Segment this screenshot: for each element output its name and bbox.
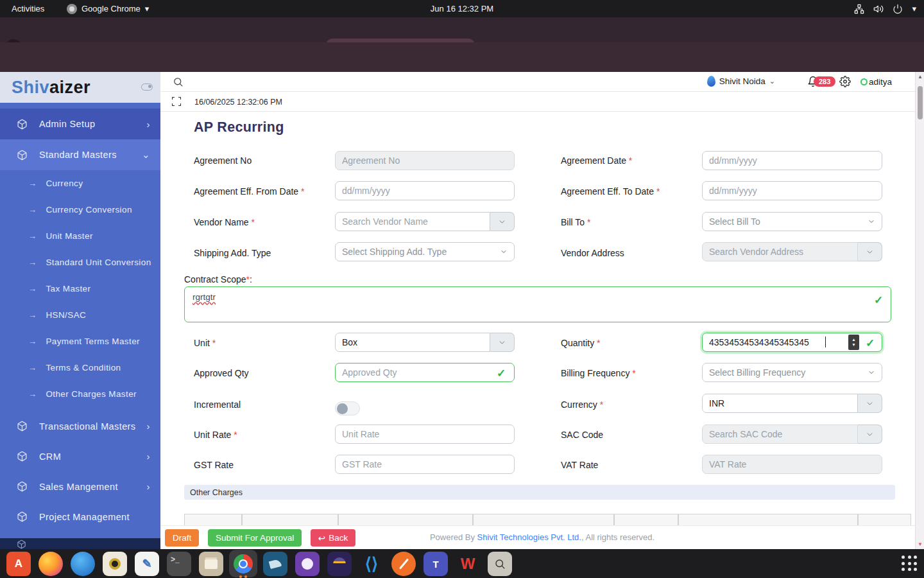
shipping-type-label: Shipping Add. Type xyxy=(194,248,271,258)
approved-qty-input[interactable] xyxy=(335,363,515,382)
unit-rate-input[interactable] xyxy=(335,425,515,444)
sac-code-dropdown-button[interactable] xyxy=(858,425,882,444)
page-scrollbar[interactable]: ▲ ▼ xyxy=(915,72,924,549)
google-chrome-icon[interactable] xyxy=(231,552,255,576)
system-tray[interactable]: ▾ xyxy=(854,4,916,14)
sidebar-item-payment-terms-master[interactable]: → Payment Terms Master xyxy=(0,328,160,355)
sidebar-item-crm[interactable]: CRM › xyxy=(0,441,160,471)
text-editor-icon[interactable]: ✎ xyxy=(135,552,159,576)
sidebar-subitem-label: HSN/SAC xyxy=(46,310,86,320)
spin-up-icon[interactable]: ▲ xyxy=(851,338,855,342)
vat-rate-input[interactable] xyxy=(702,455,882,474)
mysql-workbench-icon[interactable] xyxy=(263,552,287,576)
vendor-name-dropdown-button[interactable] xyxy=(490,212,515,231)
fullscreen-icon[interactable] xyxy=(172,97,181,106)
shivaizer-logo[interactable]: Shivaizer xyxy=(12,78,90,98)
currency-dropdown-button[interactable] xyxy=(858,394,882,413)
agreement-from-input[interactable] xyxy=(335,181,515,200)
bill-to-select[interactable]: Select Bill To xyxy=(702,212,882,231)
terminal-icon[interactable]: >_ xyxy=(167,552,191,576)
shivit-technologies-link[interactable]: Shivit Technologies Pvt. Ltd. xyxy=(477,532,581,542)
sidebar-item-standard-masters[interactable]: Standard Masters ⌄ xyxy=(0,139,160,170)
vendor-address-dropdown-button[interactable] xyxy=(858,242,882,261)
vat-rate-label: VAT Rate xyxy=(561,460,598,470)
vscode-icon[interactable]: ⟨⟩ xyxy=(359,552,384,576)
chrome-tab-strip: ◆ Board - Shivaizer - Jira ✕ ✆ WhatsApp … xyxy=(0,17,924,42)
spin-down-icon[interactable]: ▼ xyxy=(851,343,855,347)
arrow-right-icon: → xyxy=(28,284,37,293)
logo-band: Shivaizer xyxy=(0,72,160,103)
caret-down-icon: ⌄ xyxy=(769,77,775,85)
agreement-no-input[interactable] xyxy=(335,151,515,170)
gear-icon xyxy=(839,76,851,87)
firefox-icon[interactable] xyxy=(38,552,63,576)
sidebar-item-unit-master[interactable]: → Unit Master xyxy=(0,223,160,249)
sidebar-item-terms-condition[interactable]: → Terms & Condition xyxy=(0,355,160,381)
scroll-up-arrow[interactable]: ▲ xyxy=(918,74,923,80)
settings-button[interactable] xyxy=(839,76,851,90)
sidebar-item-label: Standard Masters xyxy=(39,150,117,160)
sidebar-item-currency-conversion[interactable]: → Currency Conversion xyxy=(0,197,160,223)
pen-tool-icon[interactable] xyxy=(391,552,416,576)
sidebar-item-admin-setup[interactable]: Admin Setup › xyxy=(0,109,160,139)
username: aditya xyxy=(869,77,892,87)
notifications-button[interactable]: 283 xyxy=(807,76,819,90)
vendor-address-combo xyxy=(702,242,882,261)
wps-office-icon[interactable]: W xyxy=(456,552,480,576)
screenshot-tool-icon[interactable] xyxy=(488,552,512,576)
vendor-address-input[interactable] xyxy=(702,242,858,261)
sac-code-combo xyxy=(702,425,882,444)
sidebar-subitem-label: Payment Terms Master xyxy=(46,337,140,346)
microsoft-teams-icon[interactable]: T xyxy=(424,552,448,576)
agreement-to-input[interactable] xyxy=(702,181,882,200)
sidebar-item-standard-unit-conversion[interactable]: → Standard Unit Conversion xyxy=(0,249,160,276)
chevron-right-icon: › xyxy=(147,421,150,432)
sidebar-item-sales-management[interactable]: Sales Mangement › xyxy=(0,471,160,502)
unit-input[interactable] xyxy=(335,333,490,352)
search-icon[interactable] xyxy=(173,76,184,90)
gst-rate-input[interactable] xyxy=(335,455,515,474)
rhythmbox-icon[interactable] xyxy=(103,552,127,576)
incremental-toggle[interactable] xyxy=(335,401,360,416)
vendor-name-input[interactable] xyxy=(335,212,490,231)
sidebar-collapse-toggle[interactable] xyxy=(141,83,153,91)
quantity-spinner[interactable]: ▲ ▼ xyxy=(848,335,859,350)
sidebar-item-transactional-masters[interactable]: Transactional Masters › xyxy=(0,411,160,441)
text-cursor xyxy=(825,337,826,347)
scroll-down-arrow[interactable]: ▼ xyxy=(918,541,923,547)
contract-scope-textarea[interactable]: rgrtgtr xyxy=(184,286,891,322)
table-header-cell xyxy=(858,514,911,525)
sidebar-next-item-clipped[interactable] xyxy=(0,538,160,549)
show-applications-icon[interactable] xyxy=(902,556,918,572)
sidebar-item-currency[interactable]: → Currency xyxy=(0,170,160,197)
chevron-right-icon: › xyxy=(147,119,150,130)
ubuntu-software-icon[interactable]: A xyxy=(6,552,31,576)
chevron-down-icon xyxy=(500,248,508,256)
eclipse-icon[interactable] xyxy=(327,552,352,576)
files-icon[interactable] xyxy=(199,552,223,576)
clock[interactable]: Jun 16 12:32 PM xyxy=(0,4,924,13)
sidebar-subitem-label: Standard Unit Conversion xyxy=(46,258,151,267)
sidebar-item-tax-master[interactable]: → Tax Master xyxy=(0,276,160,302)
currency-input[interactable] xyxy=(702,394,858,413)
power-icon xyxy=(893,4,903,14)
sidebar-subitem-label: Tax Master xyxy=(46,284,90,293)
thunderbird-icon[interactable] xyxy=(71,552,95,576)
approved-qty-label: Approved Qty xyxy=(194,368,249,378)
sidebar-item-hsn-sac[interactable]: → HSN/SAC xyxy=(0,302,160,328)
chevron-down-icon xyxy=(868,369,875,376)
user-menu[interactable]: aditya xyxy=(860,77,892,87)
billing-frequency-select[interactable]: Select Billing Frequency xyxy=(702,363,882,382)
shipping-type-select[interactable]: Select Shipping Add. Type xyxy=(335,242,515,261)
organization-selector[interactable]: Shivit Noida ⌄ xyxy=(707,76,775,87)
sidebar-item-project-management[interactable]: Project Management xyxy=(0,502,160,532)
github-desktop-icon[interactable] xyxy=(295,552,320,576)
sac-code-input[interactable] xyxy=(702,425,858,444)
unit-dropdown-button[interactable] xyxy=(490,333,515,352)
agreement-date-input[interactable] xyxy=(702,151,882,170)
incremental-label: Incremental xyxy=(194,399,241,410)
scrollbar-thumb[interactable] xyxy=(918,86,923,119)
agreement-date-label: Agreement Date * xyxy=(561,155,632,166)
chevron-right-icon: › xyxy=(147,451,150,462)
sidebar-item-other-charges-master[interactable]: → Other Charges Master xyxy=(0,381,160,407)
